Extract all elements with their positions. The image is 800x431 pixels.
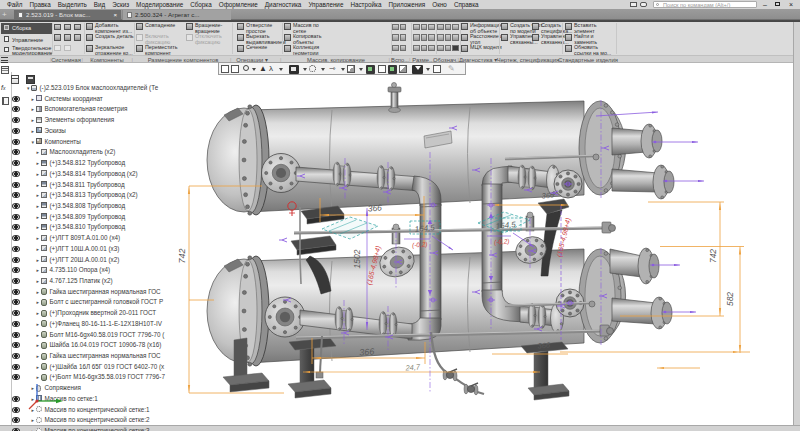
svg-text:742: 742 [177, 248, 187, 263]
svg-text:742: 742 [708, 249, 718, 263]
svg-text:366: 366 [541, 191, 555, 201]
svg-text:366: 366 [367, 203, 382, 214]
svg-text:366: 366 [359, 346, 375, 357]
svg-text:24,7: 24,7 [404, 362, 421, 372]
svg-text:582: 582 [725, 292, 735, 306]
svg-text:366: 366 [537, 341, 551, 351]
svg-text:1502: 1502 [352, 249, 362, 268]
